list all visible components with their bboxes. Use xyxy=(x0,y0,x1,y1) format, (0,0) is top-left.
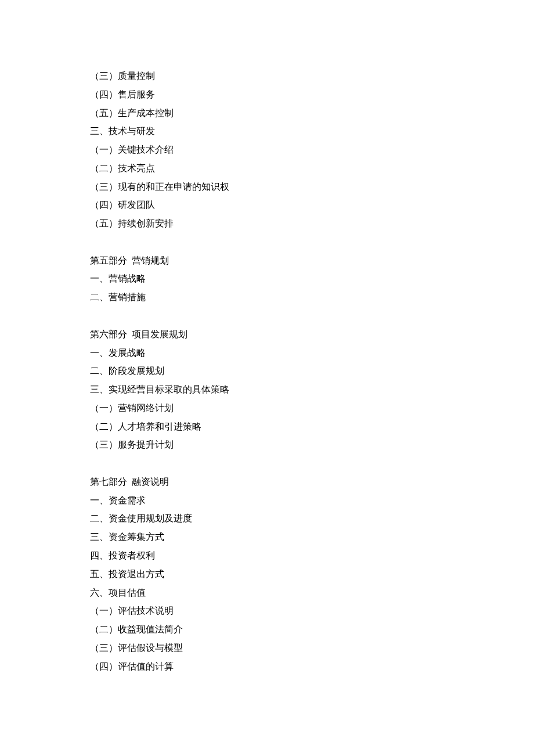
blank-line xyxy=(90,233,444,251)
toc-line: （一）关键技术介绍 xyxy=(90,141,444,159)
toc-line: 一、营销战略 xyxy=(90,269,444,288)
toc-line: （三）服务提升计划 xyxy=(90,435,444,454)
toc-line: （四）售后服务 xyxy=(90,85,444,104)
document-content: （三）质量控制 （四）售后服务 （五）生产成本控制 三、技术与研发 （一）关键技… xyxy=(90,67,444,675)
toc-line: 一、资金需求 xyxy=(90,491,444,510)
blank-line xyxy=(90,307,444,325)
toc-line: 五、投资退出方式 xyxy=(90,565,444,584)
toc-line: 二、阶段发展规划 xyxy=(90,362,444,380)
toc-line: 三、技术与研发 xyxy=(90,122,444,141)
toc-line: （五）持续创新安排 xyxy=(90,214,444,233)
toc-line: 二、营销措施 xyxy=(90,288,444,307)
toc-line: 二、资金使用规划及进度 xyxy=(90,509,444,528)
toc-line: （三）现有的和正在申请的知识权 xyxy=(90,178,444,196)
toc-line: （一）营销网络计划 xyxy=(90,399,444,417)
toc-section-heading: 第七部分 融资说明 xyxy=(90,473,444,491)
toc-line: 六、项目估值 xyxy=(90,584,444,602)
toc-line: （三）质量控制 xyxy=(90,67,444,85)
toc-line: （一）评估技术说明 xyxy=(90,602,444,620)
blank-line xyxy=(90,454,444,473)
toc-line: 三、实现经营目标采取的具体策略 xyxy=(90,380,444,399)
toc-line: （四）研发团队 xyxy=(90,196,444,214)
toc-line: 三、资金筹集方式 xyxy=(90,528,444,546)
toc-line: （二）收益现值法简介 xyxy=(90,620,444,639)
toc-section-heading: 第五部分 营销规划 xyxy=(90,251,444,270)
toc-section-heading: 第六部分 项目发展规划 xyxy=(90,325,444,344)
toc-line: 四、投资者权利 xyxy=(90,546,444,565)
toc-line: （二）技术亮点 xyxy=(90,159,444,178)
toc-line: （四）评估值的计算 xyxy=(90,657,444,676)
toc-line: 一、发展战略 xyxy=(90,344,444,362)
toc-line: （五）生产成本控制 xyxy=(90,104,444,123)
toc-line: （二）人才培养和引进策略 xyxy=(90,417,444,436)
toc-line: （三）评估假设与模型 xyxy=(90,639,444,657)
